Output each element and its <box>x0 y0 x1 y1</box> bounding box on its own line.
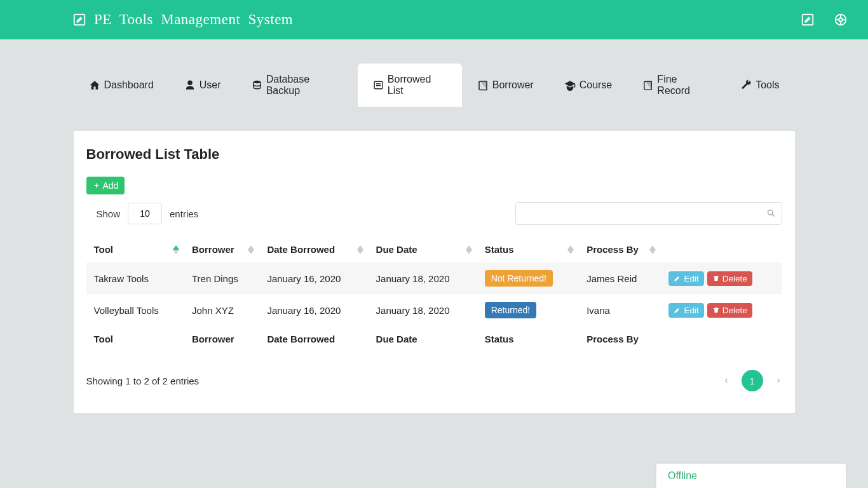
tab-borrowed-list[interactable]: Borrowed List <box>358 64 462 107</box>
topbar: PE Tools Management System <box>0 0 868 39</box>
top-actions <box>801 13 848 27</box>
cell-actions: EditDelete <box>661 262 782 294</box>
sort-icon <box>248 245 254 254</box>
delete-button[interactable]: Delete <box>707 303 752 318</box>
cell-date-borrowed: January 16, 2020 <box>259 294 368 326</box>
footcol-due-date: Due Date <box>369 326 477 352</box>
footcol-borrower: Borrower <box>184 326 259 352</box>
search-wrap <box>515 202 782 225</box>
entries-label: entries <box>170 208 198 219</box>
table-header-row: ToolBorrowerDate BorrowedDue DateStatusP… <box>86 236 782 262</box>
col-date-borrowed[interactable]: Date Borrowed <box>259 236 368 262</box>
footcol-actions <box>661 326 782 352</box>
status-badge: Returned! <box>485 302 536 318</box>
show-label: Show <box>97 208 121 219</box>
cell-tool: Takraw Tools <box>86 262 184 294</box>
col-label: Tool <box>94 244 114 255</box>
content-panel: Borrowed List Table Add Show entries Too… <box>74 131 795 413</box>
table-row: Volleyball ToolsJohn XYZJanuary 16, 2020… <box>86 294 782 326</box>
col-label: Due Date <box>376 244 417 255</box>
tab-database-backup[interactable]: Database Backup <box>236 64 358 107</box>
tab-course[interactable]: Course <box>549 64 628 107</box>
tab-label: Fine Record <box>657 74 710 97</box>
support-icon[interactable] <box>834 13 848 27</box>
database-icon <box>252 79 262 91</box>
trash-icon <box>712 274 720 282</box>
list-icon <box>373 79 384 91</box>
table-info: Showing 1 to 2 of 2 entries <box>86 376 200 386</box>
edit-button[interactable]: Edit <box>668 303 703 318</box>
cell-tool: Volleyball Tools <box>86 294 184 326</box>
page-title: Borrowed List Table <box>86 146 782 163</box>
search-input[interactable] <box>515 202 782 225</box>
cell-process-by: Ivana <box>579 294 661 326</box>
cell-borrower: Tren Dings <box>184 262 259 294</box>
tab-label: Borrowed List <box>388 74 447 97</box>
col-label: Status <box>485 244 514 255</box>
col-actions <box>661 236 782 262</box>
cell-actions: EditDelete <box>661 294 782 326</box>
add-button-label: Add <box>103 180 119 191</box>
table-footer-bar: Showing 1 to 2 of 2 entries 1 <box>86 370 782 391</box>
brand-edit-icon <box>72 13 86 27</box>
pencil-icon <box>674 274 681 282</box>
wrench-icon <box>740 79 752 91</box>
table-controls: Show entries <box>86 202 782 225</box>
tab-label: Database Backup <box>266 74 342 97</box>
cell-process-by: James Reid <box>579 262 661 294</box>
col-process-by[interactable]: Process By <box>579 236 661 262</box>
col-label: Borrower <box>192 244 234 255</box>
user-icon <box>184 79 196 91</box>
add-button[interactable]: Add <box>86 177 125 194</box>
tab-user[interactable]: User <box>169 64 236 107</box>
search-icon <box>766 208 776 218</box>
table-footer-row: ToolBorrowerDate BorrowedDue DateStatusP… <box>86 326 782 352</box>
book-icon <box>642 79 653 91</box>
status-badge: Not Returned! <box>485 270 553 287</box>
pencil-icon <box>674 306 681 314</box>
sort-icon <box>357 245 363 254</box>
sort-icon <box>649 245 656 254</box>
col-tool[interactable]: Tool <box>86 236 184 262</box>
tab-dashboard[interactable]: Dashboard <box>74 64 169 107</box>
footcol-date-borrowed: Date Borrowed <box>259 326 368 352</box>
sort-icon <box>567 245 574 254</box>
nav-tabs: DashboardUserDatabase BackupBorrowed Lis… <box>74 39 795 107</box>
brand[interactable]: PE Tools Management System <box>72 11 293 28</box>
cell-due-date: January 18, 2020 <box>369 262 477 294</box>
cell-date-borrowed: January 16, 2020 <box>259 262 368 294</box>
sort-icon <box>173 245 179 254</box>
compose-icon[interactable] <box>801 13 815 27</box>
tab-tools[interactable]: Tools <box>725 64 794 107</box>
tab-label: User <box>200 79 221 91</box>
page-length-input[interactable] <box>128 203 162 224</box>
col-status[interactable]: Status <box>477 236 579 262</box>
next-page-icon[interactable] <box>775 377 782 384</box>
sort-icon <box>466 245 472 254</box>
tab-fine-record[interactable]: Fine Record <box>627 64 725 107</box>
cell-due-date: January 18, 2020 <box>369 294 477 326</box>
page-1-button[interactable]: 1 <box>742 370 763 391</box>
footcol-tool: Tool <box>86 326 184 352</box>
tab-borrower[interactable]: Borrower <box>462 64 549 107</box>
tab-label: Borrower <box>492 79 534 91</box>
table-row: Takraw ToolsTren DingsJanuary 16, 2020Ja… <box>86 262 782 294</box>
edit-button[interactable]: Edit <box>668 271 703 286</box>
cell-borrower: John XYZ <box>184 294 259 326</box>
borrowed-list-table: ToolBorrowerDate BorrowedDue DateStatusP… <box>86 236 782 352</box>
col-due-date[interactable]: Due Date <box>369 236 477 262</box>
brand-title: PE Tools Management System <box>94 11 293 28</box>
footcol-process-by: Process By <box>579 326 661 352</box>
book-icon <box>477 79 489 91</box>
col-borrower[interactable]: Borrower <box>184 236 259 262</box>
home-icon <box>89 79 100 91</box>
footcol-status: Status <box>477 326 579 352</box>
prev-page-icon[interactable] <box>722 377 730 384</box>
show-entries-control: Show entries <box>97 203 199 224</box>
cell-status: Returned! <box>477 294 579 326</box>
delete-button[interactable]: Delete <box>707 271 752 286</box>
col-label: Process By <box>587 244 639 255</box>
plus-icon <box>93 182 100 189</box>
tab-label: Dashboard <box>104 79 154 91</box>
gradcap-icon <box>564 79 576 91</box>
